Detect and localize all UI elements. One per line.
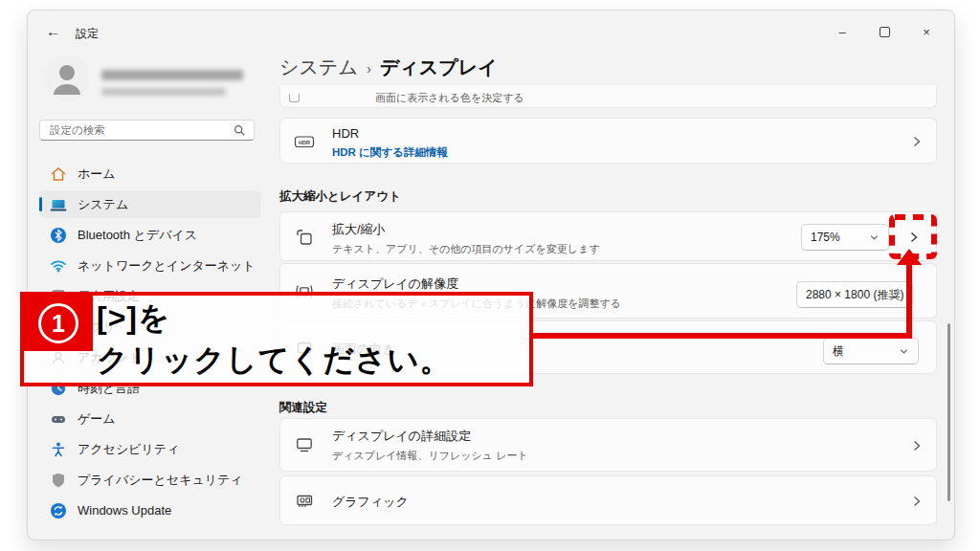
svg-text:HDR: HDR [299,140,310,145]
selected-accent-bar [39,197,42,211]
sidebar-item-gaming[interactable]: ゲーム [39,405,261,432]
system-icon [50,196,67,213]
user-name-redacted [101,70,243,80]
back-button[interactable]: ← [46,23,60,39]
scrollbar-thumb[interactable] [947,323,950,501]
section-scale-layout: 拡大縮小とレイアウト [279,188,401,205]
sidebar-item-label: アクセシビリティ [78,441,179,458]
minimize-button[interactable]: – [828,20,857,43]
scale-row[interactable]: 拡大/縮小 テキスト、アプリ、その他の項目のサイズを変更します 175% [279,211,937,261]
scale-title: 拡大/縮小 [332,221,600,238]
home-icon [50,165,67,183]
breadcrumb: システム › ディスプレイ [279,55,498,80]
breadcrumb-separator-icon: › [367,58,371,77]
annotation-dashed-highlight [888,213,938,261]
window-controls: – × [828,20,941,43]
annotation-line1: [>]を [97,297,452,339]
sidebar-item-label: Windows Update [78,503,171,518]
maximize-icon [880,27,890,37]
sidebar-item-accessibility[interactable]: アクセシビリティ [39,435,261,463]
hdr-icon: HDR [294,132,315,151]
step-number: 1 [38,303,78,343]
graphics-title: グラフィック [332,494,409,511]
gpu-icon [295,492,314,511]
sidebar-item-system[interactable]: システム [39,190,261,218]
resolution-title: ディスプレイの解像度 [332,276,621,293]
close-button[interactable]: × [912,20,941,43]
chevron-right-icon [911,135,923,148]
chevron-right-icon [911,495,923,508]
resolution-value: 2880 × 1800 (推奨) [806,287,903,303]
window-title: 設定 [76,26,99,42]
sidebar-item-windows-update[interactable]: Windows Update [39,496,261,524]
annotation-arrow-vertical [906,264,912,339]
sidebar-item-label: Bluetooth とデバイス [78,227,197,244]
hdr-row[interactable]: HDR HDR HDR に関する詳細情報 [279,118,937,164]
search-icon [234,124,246,137]
annotation-line2: クリックしてください。 [97,339,452,381]
sidebar-item-label: システム [78,196,128,213]
gaming-icon [50,410,67,428]
color-profile-subtitle: 画面に表示される色を決定する [375,91,524,105]
chevron-right-icon [911,439,923,452]
page-title: ディスプレイ [380,55,498,80]
sidebar-item-label: ゲーム [78,410,116,428]
resolution-dropdown[interactable]: 2880 × 1800 (推奨) [796,281,913,308]
sidebar-item-label: プライバシーとセキュリティ [78,472,243,489]
advanced-display-title: ディスプレイの詳細設定 [332,428,528,445]
bluetooth-icon [50,227,67,244]
annotation-callout: 1 [>]を クリックしてください。 [20,292,533,386]
chevron-down-icon [869,232,880,243]
update-icon [50,502,67,519]
graphics-row[interactable]: グラフィック [279,475,937,525]
advanced-display-row[interactable]: ディスプレイの詳細設定 ディスプレイ情報、リフレッシュ レート [279,418,937,472]
orientation-dropdown[interactable]: 横 [823,338,919,364]
avatar[interactable] [44,55,90,101]
sidebar-item-privacy[interactable]: プライバシーとセキュリティ [39,466,261,494]
scale-subtitle: テキスト、アプリ、その他の項目のサイズを変更します [332,242,600,256]
settings-search[interactable] [39,120,255,141]
hdr-info-link[interactable]: HDR に関する詳細情報 [332,145,448,160]
network-icon [50,257,67,275]
color-profile-row-partial[interactable]: 画面に表示される色を決定する [279,85,937,108]
annotation-text: [>]を クリックしてください。 [97,297,452,381]
color-profile-icon [289,94,300,102]
chevron-down-icon [899,346,909,357]
sidebar-item-network[interactable]: ネットワークとインターネット [39,252,261,279]
annotation-step-badge: 1 [24,296,93,351]
section-related: 関連設定 [279,400,327,416]
privacy-icon [50,472,67,489]
monitor-icon [295,435,314,454]
scale-icon [295,228,314,247]
sidebar-item-bluetooth[interactable]: Bluetooth とデバイス [39,221,261,249]
sidebar-item-home[interactable]: ホーム [39,160,261,187]
annotation-arrow-horizontal [533,333,910,339]
search-input[interactable] [48,123,234,137]
sidebar-item-label: ネットワークとインターネット [78,257,256,275]
settings-window: ← 設定 – × ホームシステムBluetooth とデバイスネットワークとイン… [27,10,955,540]
sidebar-item-label: ホーム [78,165,116,183]
accessibility-icon [50,441,67,458]
user-email-redacted [101,88,226,96]
scale-value: 175% [811,231,840,244]
maximize-button[interactable] [870,20,899,43]
scale-dropdown[interactable]: 175% [801,224,889,251]
orientation-value: 横 [833,343,844,360]
advanced-display-subtitle: ディスプレイ情報、リフレッシュ レート [332,449,528,463]
breadcrumb-system[interactable]: システム [279,55,358,80]
person-icon [44,55,90,101]
hdr-title: HDR [332,126,448,141]
